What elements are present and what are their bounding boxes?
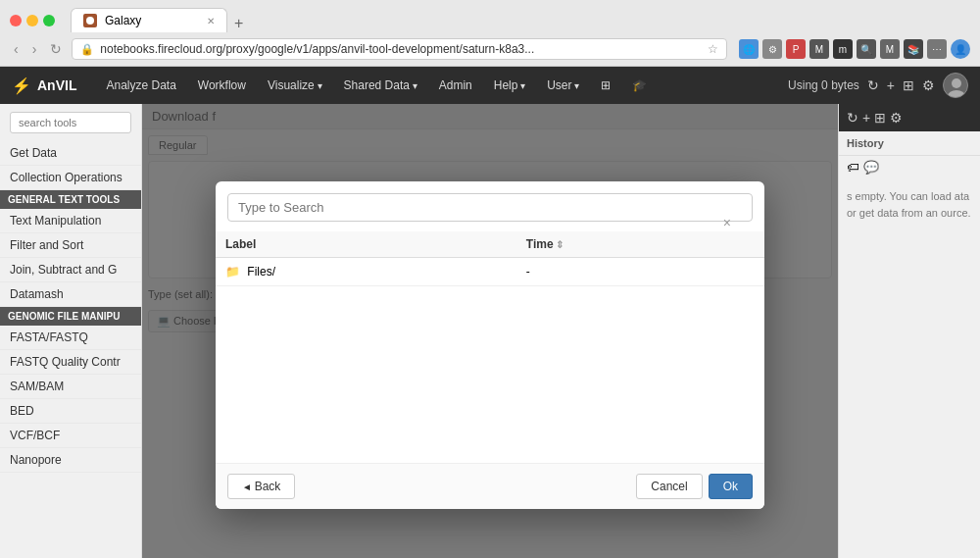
nav-user[interactable]: User: [537, 73, 589, 98]
ext-icon-5: m: [833, 39, 853, 59]
ext-icon-4: M: [809, 39, 829, 59]
logo-text: AnVIL: [37, 77, 76, 93]
right-panel-header-icons: ↻ + ⊞ ⚙: [839, 104, 980, 131]
modal-table: Label Time 📁 Files/ -: [216, 231, 764, 286]
table-row[interactable]: 📁 Files/ -: [216, 257, 764, 285]
sidebar-item-sam-bam[interactable]: SAM/BAM: [0, 375, 141, 399]
new-tab-button[interactable]: +: [229, 15, 248, 32]
grid-icon[interactable]: ⊞: [903, 77, 914, 93]
anvil-logo: ⚡ AnVIL: [12, 76, 76, 95]
section-label-genomic: GENOMIC FILE MANIPU: [0, 307, 141, 326]
using-label: Using 0 bytes: [788, 78, 859, 92]
reload-btn[interactable]: ↻: [46, 39, 66, 59]
sidebar-item-fasta-fastq[interactable]: FASTA/FASTQ: [0, 326, 141, 350]
tag-icon[interactable]: 🏷: [847, 160, 859, 175]
file-label-cell: 📁 Files/: [216, 257, 516, 285]
modal-footer-right: Cancel Ok: [636, 474, 753, 499]
tab-title: Galaxy: [105, 14, 141, 27]
star-icon[interactable]: ☆: [708, 42, 718, 56]
ext-icon-1: 🌐: [739, 39, 759, 59]
history-label: History: [839, 131, 980, 156]
extension-icons: 🌐 ⚙ P M m 🔍 M 📚 ⋯ 👤: [739, 39, 970, 59]
file-time-cell: -: [516, 257, 764, 285]
modal-back-button[interactable]: Back: [227, 474, 295, 499]
modal-ok-button[interactable]: Ok: [709, 474, 753, 499]
comment-icon[interactable]: 💬: [863, 160, 879, 175]
col-header-label: Label: [216, 231, 516, 258]
svg-point-0: [86, 17, 94, 25]
header-right: Using 0 bytes ↻ + ⊞ ⚙: [788, 73, 968, 98]
nav-analyze-data[interactable]: Analyze Data: [96, 73, 185, 98]
ext-icon-8: 📚: [904, 39, 923, 59]
tab-close-btn[interactable]: ✕: [207, 16, 215, 26]
browser-tabs: Galaxy ✕ +: [71, 8, 248, 32]
browser-tab-galaxy[interactable]: Galaxy ✕: [71, 8, 227, 32]
maximize-window-btn[interactable]: [43, 15, 55, 26]
browser-addressbar: ‹ › ↻ 🔒 notebooks.firecloud.org/proxy/go…: [0, 38, 980, 66]
refresh-history-icon[interactable]: ↻: [847, 110, 858, 126]
sidebar-item-join-subtract[interactable]: Join, Subtract and G: [0, 258, 141, 282]
settings-right-icon[interactable]: ⚙: [890, 110, 903, 126]
columns-icon[interactable]: ⊞: [874, 110, 886, 126]
modal-cancel-button[interactable]: Cancel: [636, 474, 702, 499]
user-avatar[interactable]: [943, 73, 968, 98]
sidebar-item-get-data[interactable]: Get Data: [0, 141, 141, 166]
forward-btn[interactable]: ›: [28, 39, 41, 59]
address-text: notebooks.firecloud.org/proxy/google/v1/…: [100, 42, 702, 56]
address-actions: ☆: [708, 42, 718, 56]
refresh-icon[interactable]: ↻: [867, 77, 879, 93]
modal-footer: Back Cancel Ok: [216, 463, 764, 509]
file-browse-modal: × Label Time: [216, 181, 764, 509]
sidebar-item-datamash[interactable]: Datamash: [0, 282, 141, 307]
minimize-window-btn[interactable]: [26, 15, 38, 26]
nav-workflow[interactable]: Workflow: [188, 73, 256, 98]
sidebar-item-filter-sort[interactable]: Filter and Sort: [0, 233, 141, 258]
history-empty-text: s empty. You can load ata or get data fr…: [839, 178, 980, 230]
nav-admin[interactable]: Admin: [429, 73, 482, 98]
sidebar-header: [0, 104, 141, 141]
modal-search-area: ×: [216, 181, 764, 222]
nav-help[interactable]: Help: [484, 73, 535, 98]
ext-icon-7: M: [880, 39, 900, 59]
tab-favicon: [83, 14, 97, 27]
nav-grid[interactable]: ⊞: [591, 73, 620, 98]
section-label-general-text: GENERAL TEXT TOOLS: [0, 190, 141, 209]
modal-search-input[interactable]: [227, 193, 753, 222]
sidebar-item-nanopore[interactable]: Nanopore: [0, 448, 141, 473]
anvil-icon: ⚡: [12, 76, 31, 95]
app-header: ⚡ AnVIL Analyze Data Workflow Visualize …: [0, 67, 980, 104]
svg-point-2: [948, 90, 965, 98]
ext-icon-9: ⋯: [927, 39, 947, 59]
sidebar-item-vcf-bcf[interactable]: VCF/BCF: [0, 424, 141, 448]
close-window-btn[interactable]: [10, 15, 22, 26]
sidebar-item-text-manipulation[interactable]: Text Manipulation: [0, 209, 141, 233]
settings-icon[interactable]: ⚙: [922, 77, 935, 93]
browser-titlebar: Galaxy ✕ +: [0, 0, 980, 38]
browser-chrome: Galaxy ✕ + ‹ › ↻ 🔒 notebooks.firecloud.o…: [0, 0, 980, 67]
plus-icon[interactable]: +: [862, 110, 870, 126]
right-panel: ↻ + ⊞ ⚙ History 🏷 💬 s empty. You can loa…: [838, 104, 980, 558]
col-header-time[interactable]: Time: [516, 231, 764, 258]
file-label-text: Files/: [247, 265, 275, 279]
traffic-lights: [10, 15, 55, 26]
back-btn[interactable]: ‹: [10, 39, 23, 59]
sidebar-search-input[interactable]: [10, 112, 131, 133]
svg-point-1: [952, 78, 961, 88]
sidebar: Get Data Collection Operations GENERAL T…: [0, 104, 142, 558]
history-action-icons: 🏷 💬: [839, 156, 980, 178]
modal-search-clear-btn[interactable]: ×: [723, 215, 731, 230]
modal-overlay: × Label Time: [142, 104, 838, 558]
lock-icon: 🔒: [80, 43, 94, 56]
ext-icon-10: 👤: [951, 39, 970, 59]
app-nav: Analyze Data Workflow Visualize Shared D…: [96, 73, 788, 98]
nav-hat[interactable]: 🎓: [622, 73, 657, 98]
modal-table-body: Label Time 📁 Files/ -: [216, 222, 764, 463]
address-box[interactable]: 🔒 notebooks.firecloud.org/proxy/google/v…: [72, 38, 727, 60]
nav-visualize[interactable]: Visualize: [258, 73, 332, 98]
modal-empty-space: [216, 286, 764, 463]
sidebar-item-fastq-quality[interactable]: FASTQ Quality Contr: [0, 350, 141, 375]
sidebar-item-collection-ops[interactable]: Collection Operations: [0, 166, 141, 190]
sidebar-item-bed[interactable]: BED: [0, 399, 141, 424]
add-icon[interactable]: +: [887, 77, 895, 93]
nav-shared-data[interactable]: Shared Data: [334, 73, 427, 98]
